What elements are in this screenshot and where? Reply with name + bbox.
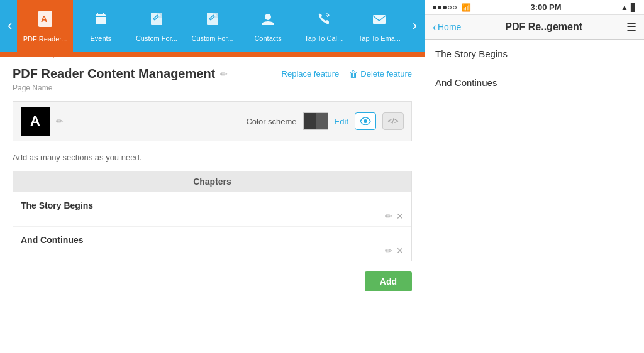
svg-point-9 (364, 119, 367, 123)
trash-icon: 🗑 (349, 69, 358, 79)
chapters-header: Chapters (13, 171, 411, 192)
chapter-title-2: And Continues (21, 235, 84, 245)
signal-dots (433, 6, 457, 9)
svg-rect-2 (96, 16, 106, 17)
nav-item-label-contacts: Contacts (254, 35, 281, 42)
indicator-arrow (47, 52, 60, 58)
signal-dot-3 (443, 6, 447, 9)
nav-item-contacts[interactable]: Contacts (240, 0, 296, 52)
ios-menu-button[interactable]: ☰ (626, 20, 636, 34)
color-swatch[interactable] (303, 112, 328, 130)
signal-dot-5 (453, 6, 457, 9)
chapter-row-1: The Story Begins ✏ ✕ (13, 192, 411, 227)
color-edit-link[interactable]: Edit (335, 117, 348, 126)
ios-back-button[interactable]: ‹ Home (433, 21, 461, 34)
contacts-icon (259, 10, 277, 32)
status-time: 3:00 PM (530, 3, 561, 12)
nav-next-arrow[interactable]: › (408, 18, 422, 34)
signal-dot-2 (438, 6, 441, 9)
preview-eye-button[interactable] (355, 112, 376, 130)
chapter-actions-1: ✏ ✕ (385, 211, 404, 221)
tap-to-call-icon (315, 10, 333, 32)
page-title: PDF Reader Content Management (13, 67, 215, 81)
page-name-label: Page Name (13, 84, 412, 92)
ios-back-arrow-icon: ‹ (433, 21, 436, 34)
nav-item-label-pdf-reader: PDF Reader... (23, 35, 67, 43)
code-icon: </> (387, 117, 398, 126)
chapter-row-2: And Continues ✏ ✕ (13, 227, 411, 261)
wifi-icon: 📶 (462, 3, 471, 12)
nav-item-events[interactable]: Events (73, 0, 129, 52)
ios-back-label: Home (438, 22, 461, 32)
top-nav: ‹ A PDF Reader... (0, 0, 425, 52)
chapter-delete-icon-1[interactable]: ✕ (396, 211, 404, 221)
title-group: PDF Reader Content Management ✏ (13, 67, 228, 81)
nav-item-custom-for-2[interactable]: Custom For... (184, 0, 240, 52)
nav-item-label-tap-to-call: Tap To Cal... (304, 35, 343, 42)
indicator-bar (0, 52, 425, 57)
nav-item-pdf-reader[interactable]: A PDF Reader... (17, 0, 73, 52)
signal-dot-1 (433, 6, 436, 9)
pdf-icon: A (21, 107, 50, 136)
chapter-edit-icon-1[interactable]: ✏ (385, 211, 392, 221)
ios-list-item-2[interactable]: And Continues (425, 68, 644, 97)
location-icon: ▲ (621, 3, 628, 12)
battery-icon: ▊ (631, 3, 636, 12)
delete-feature-label: Delete feature (360, 69, 412, 79)
nav-item-label-tap-to-email: Tap To Ema... (358, 35, 401, 42)
ios-status-bar: 📶 3:00 PM ▲ ▊ (425, 0, 644, 15)
pdf-letter: A (30, 113, 40, 129)
add-btn-row: Add (13, 271, 412, 291)
left-panel: ‹ A PDF Reader... (0, 0, 425, 353)
nav-item-tap-to-email[interactable]: Tap To Ema... (352, 0, 408, 52)
header-actions: Replace feature 🗑 Delete feature (282, 69, 412, 79)
svg-text:A: A (41, 14, 47, 24)
nav-items: A PDF Reader... Events (17, 0, 407, 52)
nav-prev-arrow[interactable]: ‹ (3, 18, 17, 34)
svg-rect-8 (373, 15, 386, 24)
svg-point-7 (265, 14, 271, 20)
title-edit-icon[interactable]: ✏ (220, 69, 228, 79)
color-scheme-row: Color scheme Edit </> (246, 112, 404, 130)
custom-for-1-icon (148, 10, 165, 32)
pdf-icon-edit-pencil[interactable]: ✏ (56, 116, 240, 126)
custom-for-2-icon (204, 10, 221, 32)
status-left: 📶 (433, 3, 471, 12)
nav-item-label-custom-for-1: Custom For... (136, 35, 177, 42)
ios-content: The Story Begins And Continues (425, 40, 644, 353)
chapter-edit-icon-2[interactable]: ✏ (385, 246, 392, 256)
replace-feature-link[interactable]: Replace feature (282, 69, 340, 79)
add-sections-text: Add as many sections as you need. (13, 153, 412, 162)
events-icon (92, 10, 109, 32)
ios-nav-title: PDF Re..gement (466, 21, 621, 33)
status-right: ▲ ▊ (621, 3, 636, 12)
tap-to-email-icon (370, 10, 388, 32)
ios-list-item-1[interactable]: The Story Begins (425, 40, 644, 68)
chapter-title-1: The Story Begins (21, 200, 93, 210)
nav-item-custom-for-1[interactable]: Custom For... (129, 0, 185, 52)
nav-item-tap-to-call[interactable]: Tap To Cal... (296, 0, 352, 52)
ios-nav-bar: ‹ Home PDF Re..gement ☰ (425, 15, 644, 40)
content-area: PDF Reader Content Management ✏ Replace … (0, 57, 425, 353)
delete-feature-link[interactable]: 🗑 Delete feature (349, 69, 412, 79)
signal-dot-4 (448, 6, 452, 9)
mobile-preview-panel: 📶 3:00 PM ▲ ▊ ‹ Home PDF Re..gement ☰ Th… (425, 0, 644, 353)
color-scheme-label: Color scheme (246, 117, 296, 126)
pdf-icon-row: A ✏ Color scheme Edit </> (13, 101, 412, 141)
chapter-delete-icon-2[interactable]: ✕ (396, 246, 404, 256)
pdf-reader-icon: A (36, 9, 55, 33)
code-view-button[interactable]: </> (382, 112, 404, 130)
nav-item-label-events: Events (90, 35, 111, 42)
content-header: PDF Reader Content Management ✏ Replace … (13, 67, 412, 81)
add-button[interactable]: Add (365, 271, 412, 291)
nav-item-label-custom-for-2: Custom For... (192, 35, 233, 42)
chapter-actions-2: ✏ ✕ (385, 246, 404, 256)
chapters-table: Chapters The Story Begins ✏ ✕ And Contin… (13, 171, 412, 261)
